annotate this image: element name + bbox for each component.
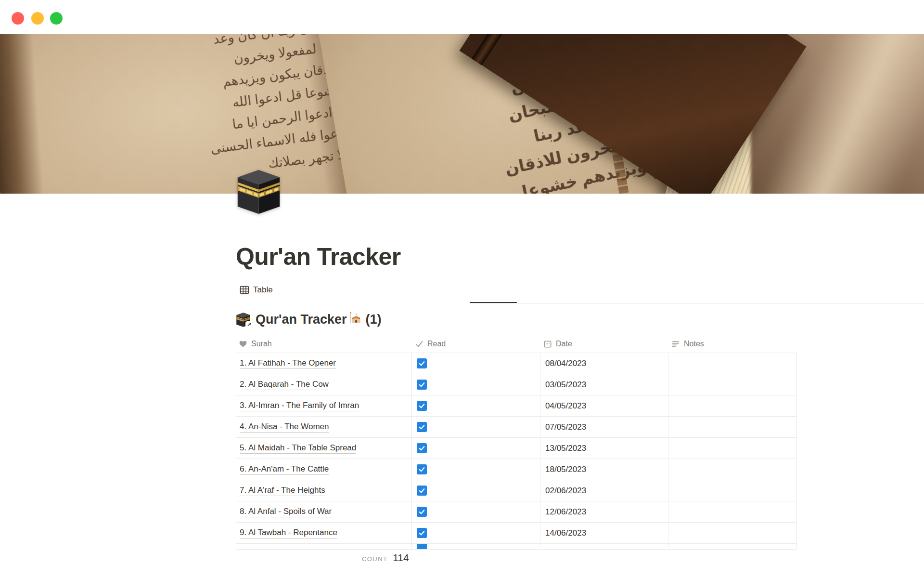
date-cell[interactable]: 13/05/2023 (540, 438, 668, 459)
notes-cell[interactable] (668, 438, 797, 459)
page-icon-kaaba-icon[interactable] (236, 169, 282, 214)
surah-cell: 5. Al Maidah - The Table Spread (236, 438, 412, 459)
read-checkbox[interactable] (417, 358, 427, 368)
surah-cell-link[interactable]: 8. Al Anfal - Spoils of War (240, 507, 332, 517)
cover-dark-book (459, 34, 806, 194)
linked-database-arrow-icon: ↗ (245, 321, 253, 328)
read-checkbox[interactable] (417, 464, 427, 474)
database-count-badge: (1) (366, 312, 382, 327)
cover-right-script: ولا تؤمنوا ان الذين اوتواالعلم من قبله ا… (360, 34, 699, 194)
table-row: 8. Al Anfal - Spoils of War 12/06/2023 (236, 501, 797, 523)
read-cell (412, 438, 540, 459)
surah-cell: 8. Al Anfal - Spoils of War (236, 501, 412, 522)
date-cell[interactable]: 14/06/2023 (540, 523, 668, 543)
tabbar-divider (470, 303, 924, 303)
count-value: 114 (393, 552, 409, 564)
read-cell (412, 417, 540, 437)
surah-cell: 3. Al-Imran - The Family of Imran (236, 395, 412, 416)
check-icon (415, 340, 424, 348)
column-header-notes[interactable]: Notes (668, 335, 797, 353)
column-header-date-label: Date (556, 340, 572, 348)
read-checkbox[interactable] (417, 544, 427, 550)
surah-cell: 2. Al Baqarah - The Cow (236, 374, 412, 395)
notes-cell[interactable] (668, 523, 797, 543)
notes-cell[interactable] (668, 417, 797, 437)
date-cell[interactable]: 02/06/2023 (540, 480, 668, 501)
notes-cell[interactable] (668, 544, 797, 549)
read-checkbox[interactable] (417, 507, 427, 517)
date-cell[interactable] (540, 544, 668, 549)
cover-background-figure (751, 34, 924, 194)
notes-cell[interactable] (668, 480, 797, 501)
cover-book-spine-shadow (0, 34, 45, 194)
cover-margin-note: سجدةاى توسطفيما بينهما (624, 144, 686, 186)
surah-cell-link[interactable]: 9. Al Tawbah - Repentance (240, 528, 337, 539)
view-tabbar: Table (235, 285, 278, 301)
surah-cell: 6. An-An'am - The Cattle (236, 459, 412, 480)
close-button[interactable] (12, 12, 24, 25)
database-title[interactable]: Qur'an Tracker (1) (256, 311, 382, 328)
date-cell-value: 02/06/2023 (545, 486, 586, 496)
surah-cell[interactable] (236, 544, 412, 549)
date-cell-value: 04/05/2023 (545, 401, 586, 411)
table-row: 7. Al A'raf - The Heights 02/06/2023 (236, 480, 797, 501)
table-header: Surah Read Date (236, 335, 797, 353)
read-checkbox[interactable] (417, 380, 427, 390)
column-header-surah[interactable]: Surah (236, 335, 412, 353)
minimize-button[interactable] (31, 12, 44, 25)
cover-ornament-band (326, 34, 371, 194)
notes-cell[interactable] (668, 395, 797, 416)
read-checkbox[interactable] (417, 528, 427, 538)
cover-sajdah-ornament (621, 107, 651, 142)
date-cell[interactable]: 08/04/2023 (540, 353, 668, 374)
table-footer-count[interactable]: COUNT 114 (362, 552, 409, 564)
table-row: 3. Al-Imran - The Family of Imran 04/05/… (236, 395, 797, 417)
cover-book-strap (472, 34, 587, 66)
date-cell[interactable]: 07/05/2023 (540, 417, 668, 437)
date-cell[interactable]: 04/05/2023 (540, 395, 668, 416)
cover-left-script: سبحان ربنا ان كان وعدربنا لمفعولا ويخرون… (38, 34, 352, 194)
date-cell[interactable]: 18/05/2023 (540, 459, 668, 480)
read-checkbox[interactable] (417, 401, 427, 411)
date-cell-value: 18/05/2023 (545, 465, 586, 474)
read-cell (412, 374, 540, 395)
date-cell[interactable]: 03/05/2023 (540, 374, 668, 395)
database-title-row: ↗ Qur'an Tracker (1) (236, 311, 382, 328)
table-row: 2. Al Baqarah - The Cow 03/05/2023 (236, 374, 797, 395)
zoom-button[interactable] (50, 12, 63, 25)
read-checkbox[interactable] (417, 422, 427, 432)
surah-cell-link[interactable]: 3. Al-Imran - The Family of Imran (240, 401, 359, 411)
tab-table[interactable]: Table (235, 285, 278, 301)
read-cell (412, 501, 540, 522)
notes-cell[interactable] (668, 459, 797, 480)
surah-cell: 4. An-Nisa - The Women (236, 417, 412, 437)
surah-cell-link[interactable]: 2. Al Baqarah - The Cow (240, 380, 329, 390)
notes-cell[interactable] (668, 501, 797, 522)
notes-cell[interactable] (668, 374, 797, 395)
surah-cell-link[interactable]: 1. Al Fatihah - The Opener (240, 358, 336, 369)
column-header-read[interactable]: Read (412, 335, 540, 353)
calendar-icon (543, 340, 552, 348)
mosque-icon (348, 311, 361, 328)
table-row: 9. Al Tawbah - Repentance 14/06/2023 (236, 523, 797, 544)
surah-cell-link[interactable]: 6. An-An'am - The Cattle (240, 464, 329, 475)
cover-page-gutter (300, 34, 384, 194)
notion-window: سبحان ربنا ان كان وعدربنا لمفعولا ويخرون… (0, 0, 924, 578)
date-cell-value: 14/06/2023 (545, 528, 586, 538)
database-icon[interactable]: ↗ (236, 312, 251, 327)
table-body: 1. Al Fatihah - The Opener 08/04/2023 2.… (236, 353, 797, 544)
page-title[interactable]: Qur'an Tracker (236, 242, 401, 271)
read-cell (412, 459, 540, 480)
cover-image[interactable]: سبحان ربنا ان كان وعدربنا لمفعولا ويخرون… (0, 34, 924, 194)
surah-cell-link[interactable]: 7. Al A'raf - The Heights (240, 486, 325, 496)
surah-cell-link[interactable]: 5. Al Maidah - The Table Spread (240, 443, 356, 454)
surah-cell-link[interactable]: 4. An-Nisa - The Women (240, 422, 329, 433)
read-checkbox[interactable] (417, 486, 427, 496)
notes-cell[interactable] (668, 353, 797, 374)
date-cell[interactable]: 12/06/2023 (540, 501, 668, 522)
column-header-date[interactable]: Date (540, 335, 668, 353)
column-header-surah-label: Surah (251, 340, 272, 348)
read-checkbox[interactable] (417, 443, 427, 453)
cover-light-streak (748, 34, 924, 194)
table-row: 4. An-Nisa - The Women 07/05/2023 (236, 417, 797, 438)
